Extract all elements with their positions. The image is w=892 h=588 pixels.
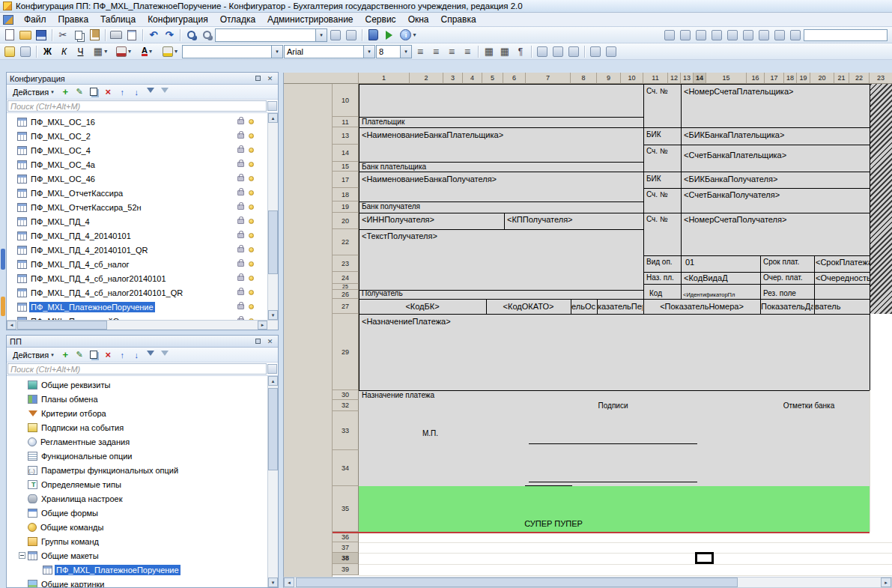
column-header-active[interactable]: 14	[694, 73, 706, 84]
split-window-icon[interactable]	[678, 28, 693, 43]
template-tree-item[interactable]: ПФ_MXL_ОС_4а	[7, 157, 267, 172]
metadata-tree-item[interactable]: ПФ_MXL_ПлатежноеПоручение	[7, 563, 267, 577]
delete-item-icon[interactable]	[102, 349, 115, 361]
cell-priority-value[interactable]: <Очередность	[816, 273, 870, 282]
cell-term-caption[interactable]: Срок плат.	[763, 258, 799, 267]
menu-item[interactable]: Справка	[435, 13, 482, 25]
column-header[interactable]: 12	[668, 73, 681, 84]
cell-payee-inn[interactable]: <ИННПолучателя>	[362, 215, 434, 224]
row-header[interactable]: 27	[333, 299, 359, 314]
filter-settings-icon[interactable]	[159, 349, 172, 361]
row-header[interactable]: 19	[333, 201, 359, 213]
edit-item-icon[interactable]	[73, 86, 86, 98]
cell-term-value[interactable]: <СрокПлатежа	[816, 258, 870, 267]
cell-payee-bank-name[interactable]: <НаименованиеБанкаПолучателя>	[362, 175, 497, 184]
align-justify-icon[interactable]	[460, 44, 475, 59]
cell-payee-caption[interactable]: Получатель	[362, 289, 403, 298]
show-headers-icon[interactable]	[550, 44, 565, 59]
chevron-down-icon[interactable]: ▾	[271, 46, 282, 58]
column-header[interactable]: 18	[784, 73, 797, 84]
copy-item-icon[interactable]	[88, 86, 100, 98]
row-header[interactable]: 32	[333, 400, 359, 411]
scroll-up-icon[interactable]: ▴	[268, 113, 278, 123]
templates-tree[interactable]: ПФ_MXL_ОС_16 ПФ_MXL_ОС_2 ПФ_MXL_ОС_4	[7, 113, 278, 320]
menu-item[interactable]: Сервис	[359, 13, 402, 25]
move-down-icon[interactable]	[130, 86, 143, 98]
chevron-down-icon[interactable]: ▾	[363, 46, 374, 58]
row-header[interactable]: 30	[333, 390, 359, 400]
scrollbar-thumb[interactable]	[268, 388, 278, 470]
font-size-combo[interactable]: 8 ▾	[376, 45, 412, 58]
cell-okato[interactable]: <КодОКАТО>	[486, 302, 571, 311]
fill-color-icon[interactable]	[159, 44, 181, 59]
close-icon[interactable]: ✕	[265, 336, 275, 346]
align-center-icon[interactable]	[428, 44, 443, 59]
page-breaks-icon[interactable]	[588, 44, 603, 59]
find-icon[interactable]	[183, 28, 198, 43]
template-tree-item[interactable]: ПФ_MXL_ПД_4_20140101	[7, 228, 267, 243]
cell-payee-bank-account[interactable]: <СчетБанкаПолучателя>	[684, 190, 780, 199]
vertical-scrollbar[interactable]: ▴ ▾	[267, 376, 278, 587]
row-header-active[interactable]: 38	[333, 553, 359, 564]
scroll-right-icon[interactable]: ▸	[258, 321, 267, 330]
row-header[interactable]: 17	[333, 172, 359, 188]
cell-code-caption[interactable]: Код	[649, 289, 662, 298]
column-header[interactable]: 21	[834, 73, 849, 84]
column-header[interactable]: 11	[643, 73, 668, 84]
cell-reserve-caption[interactable]: Рез. поле	[763, 289, 796, 298]
row-header[interactable]: 24	[333, 272, 359, 284]
vertical-scrollbar[interactable]: ▴ ▾	[267, 113, 278, 320]
metadata-tree-item[interactable]: Критерии отбора	[7, 406, 267, 420]
cell-bik-caption[interactable]: БИК	[646, 175, 661, 184]
row-header[interactable]: 25	[333, 284, 359, 290]
cell-signatures-caption[interactable]: Подписи	[529, 401, 697, 410]
open-window-icon[interactable]	[662, 28, 677, 43]
fix-table-icon[interactable]	[566, 44, 581, 59]
cell-bik-caption[interactable]: БИК	[646, 130, 661, 139]
text-color-icon[interactable]	[136, 44, 158, 59]
cell-payer-bank-caption[interactable]: Банк плательщика	[362, 163, 426, 172]
row-header[interactable]: 36	[333, 533, 359, 542]
wrap-text-icon[interactable]	[513, 44, 528, 59]
line-color-icon[interactable]	[112, 44, 135, 59]
cell-bank-marks-caption[interactable]: Отметки банка	[748, 401, 870, 410]
system-menu-icon[interactable]	[3, 15, 13, 25]
debug-start-icon[interactable]	[381, 28, 396, 43]
row-header[interactable]: 10	[333, 84, 359, 117]
scrollbar-thumb[interactable]	[296, 578, 738, 587]
column-header[interactable]: 23	[870, 73, 892, 84]
print-icon[interactable]	[109, 28, 124, 43]
search-options-icon[interactable]	[267, 364, 277, 374]
cell-account-caption[interactable]: Сч. №	[646, 147, 668, 156]
cell-kbk[interactable]: <КодБК>	[359, 302, 486, 311]
template-tree-item[interactable]: ПФ_MXL_ОтчетКассира	[7, 186, 267, 200]
template-tree-item[interactable]: ПФ_MXL_ПлатежноеПоручение	[7, 300, 267, 314]
delete-item-icon[interactable]	[102, 86, 115, 98]
cell-payee-account[interactable]: <НомерСчетаПолучателя>	[684, 215, 786, 224]
scrollbar-thumb[interactable]	[17, 321, 107, 330]
template-tree-item[interactable]: ПФ_MXL_ПД_4	[7, 214, 267, 228]
row-header[interactable]: 22	[333, 229, 359, 255]
go-to-icon[interactable]	[344, 28, 359, 43]
italic-button[interactable]: К	[56, 44, 72, 59]
metadata-tree-item[interactable]: Планы обмена	[7, 392, 267, 406]
row-header[interactable]: 34	[333, 450, 359, 486]
row-header[interactable]: 14	[333, 145, 359, 162]
close-icon[interactable]: ✕	[265, 73, 275, 83]
column-header[interactable]: 5	[482, 73, 503, 84]
metadata-tree-item[interactable]: Определяемые типы	[7, 477, 267, 491]
metadata-tree[interactable]: Общие реквизиты Планы обмена Критерии от…	[7, 376, 278, 587]
column-header[interactable]: 16	[747, 73, 765, 84]
metadata-tree-item[interactable]: Хранилища настроек	[7, 491, 267, 506]
metadata-tree-item[interactable]: Подписки на события	[7, 420, 267, 434]
cell-payee-bank-caption[interactable]: Банк получателя	[362, 202, 420, 211]
copy-item-icon[interactable]	[88, 349, 100, 361]
docked-panel-tab-orange[interactable]	[1, 297, 5, 316]
info-icon[interactable]	[397, 28, 419, 43]
new-document-icon[interactable]	[2, 28, 17, 43]
merge-cells-icon[interactable]	[482, 44, 497, 59]
cell-basis-fragment[interactable]: ельОс	[571, 302, 596, 311]
template-tree-item[interactable]: ПФ_MXL_ПлатежныйОрдер	[7, 314, 267, 320]
settings-icon[interactable]	[788, 28, 803, 43]
service-icon[interactable]	[725, 28, 740, 43]
